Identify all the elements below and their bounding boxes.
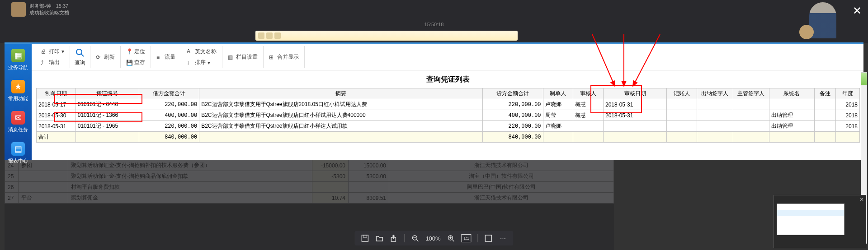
svg-rect-5 <box>362 235 368 241</box>
table-row[interactable]: 2018-05-31010101记 - 1965220,000.00B2C运营部… <box>37 121 860 132</box>
col-credit[interactable]: 贷方金额合计 <box>483 88 543 99</box>
savequery-button[interactable]: 💾查存 <box>124 58 147 67</box>
report-icon: ▤ <box>11 142 25 156</box>
folder-icon[interactable] <box>375 234 383 242</box>
col-debit[interactable]: 借方金额合计 <box>139 88 199 99</box>
svg-line-12 <box>453 240 454 241</box>
zoom-level: 100% <box>425 235 440 242</box>
background-table: 24参团聚划算活动保证金-支付-淘抢购补扣的技术服务费（参团）-15000.00… <box>5 160 614 250</box>
printer-icon: 🖨 <box>41 48 47 55</box>
zoom-in-icon[interactable] <box>447 234 455 242</box>
col-auditor[interactable]: 审核人 <box>573 88 604 99</box>
col-adate[interactable]: 审核日期 <box>603 88 666 99</box>
flow-icon: ≡ <box>156 54 163 60</box>
search-icon <box>75 47 85 58</box>
svg-rect-15 <box>486 235 492 241</box>
col-poster[interactable]: 记账人 <box>667 88 697 99</box>
flow-button[interactable]: ≡流量 <box>155 52 177 62</box>
close-icon[interactable]: ✕ <box>852 5 863 16</box>
center-time: 15:50:18 <box>425 22 444 27</box>
zoom-out-icon[interactable] <box>411 234 419 242</box>
col-supervisor[interactable]: 主管签字人 <box>733 88 769 99</box>
browser-address-bar[interactable] <box>255 31 518 41</box>
pin-icon: 📍 <box>126 48 132 55</box>
col-summary[interactable]: 摘要 <box>199 88 483 99</box>
export-icon: ⤴ <box>41 60 47 66</box>
refresh-icon: ⟳ <box>96 54 102 60</box>
refresh-button[interactable]: ⟳刷新 <box>94 52 117 62</box>
close-icon[interactable]: ✕ <box>859 196 864 203</box>
merge-icon: ⊞ <box>269 54 275 60</box>
col-vno[interactable]: 凭证编号 <box>75 88 139 99</box>
sidebar-item-label: 常用功能 <box>8 95 28 102</box>
lang-icon: A <box>187 48 193 55</box>
browser-btn[interactable] <box>258 32 264 39</box>
share-icon[interactable] <box>390 234 398 242</box>
sidebar-item-nav[interactable]: ▦ 业务导航 <box>5 44 32 75</box>
merge-button[interactable]: ⊞合并显示 <box>267 52 301 62</box>
more-icon[interactable]: ⋯ <box>499 234 507 242</box>
col-remark[interactable]: 备注 <box>814 88 835 99</box>
sort-icon: ↕ <box>187 60 193 66</box>
export-button[interactable]: ⤴输出 <box>39 58 66 67</box>
print-button[interactable]: 🖨打印 ▾ <box>39 47 66 56</box>
voucher-table[interactable]: 制单日期 凭证编号 借方金额合计 摘要 贷方金额合计 制单人 审核人 审核日期 … <box>36 88 860 143</box>
svg-point-0 <box>76 49 82 55</box>
star-icon: ★ <box>11 80 25 93</box>
avatar-right <box>799 25 814 39</box>
one-to-one-icon[interactable]: 1:1 <box>462 234 472 242</box>
table-header-row: 制单日期 凭证编号 借方金额合计 摘要 贷方金额合计 制单人 审核人 审核日期 … <box>37 88 860 99</box>
viewer-toolbar: 100% 1:1 ⋯ <box>354 231 513 245</box>
thumbnail-panel: ✕ <box>774 195 866 248</box>
table-sum-row: 合计840,000.00840,000.00 <box>37 132 860 143</box>
sidebar-item-label: 消息任务 <box>8 126 28 133</box>
browser-btn[interactable] <box>266 32 273 39</box>
col-cashier[interactable]: 出纳签字人 <box>697 88 733 99</box>
col-year[interactable]: 年度 <box>835 88 859 99</box>
columns-button[interactable]: ▥栏目设置 <box>226 52 259 62</box>
col-maker[interactable]: 制单人 <box>543 88 573 99</box>
table-row[interactable]: 2018-05-30010101记 - 1366400,000.00B2C运营部… <box>37 110 860 121</box>
sidebar-item-fav[interactable]: ★ 常用功能 <box>5 75 32 106</box>
fit-icon[interactable] <box>485 234 493 242</box>
svg-line-1 <box>81 54 84 56</box>
chat-sub: 成功接收策略文档 <box>29 9 69 16</box>
chat-message: 财务部-钟 15:37 成功接收策略文档 <box>11 2 69 17</box>
left-sidebar: ▦ 业务导航 ★ 常用功能 ✉ 消息任务 ▤ 报表中心 <box>5 44 32 160</box>
browser-btn[interactable] <box>274 32 281 39</box>
save-icon: 💾 <box>126 60 132 66</box>
chat-name: 财务部-钟 <box>29 3 51 9</box>
columns-icon: ▥ <box>228 54 234 60</box>
sort-button[interactable]: ↕排序 ▾ <box>185 58 218 67</box>
chat-time: 15:37 <box>56 3 69 9</box>
save-icon[interactable] <box>361 234 369 242</box>
nav-icon: ▦ <box>11 49 25 62</box>
col-sys[interactable]: 系统名 <box>769 88 814 99</box>
locate-button[interactable]: 📍定位 <box>124 47 147 56</box>
english-button[interactable]: A英文名称 <box>185 47 218 56</box>
table-area: 查询凭证列表 制单日期 凭证编号 借方金额合计 摘要 贷方金额合计 制单人 审核… <box>36 70 860 156</box>
avatar <box>11 2 26 17</box>
mail-icon: ✉ <box>11 111 25 125</box>
scrollbar-thumb[interactable] <box>861 73 867 85</box>
sidebar-item-msg[interactable]: ✉ 消息任务 <box>5 106 32 138</box>
svg-line-9 <box>416 240 418 241</box>
table-title: 查询凭证列表 <box>36 70 860 88</box>
toolbar: 🖨打印 ▾ ⤴输出 查询 ⟳刷新 📍定位 💾查存 ≡流量 A英文名称 ↕排序 ▾ <box>32 44 863 70</box>
col-date[interactable]: 制单日期 <box>37 88 76 99</box>
sidebar-item-label: 业务导航 <box>8 64 28 71</box>
table-row[interactable]: 2018-05-17010101记 - 0440220,000.00B2C运营部… <box>37 99 860 110</box>
sidebar-item-report[interactable]: ▤ 报表中心 <box>5 138 32 169</box>
query-button[interactable]: 查询 <box>70 46 90 68</box>
thumbnail-image[interactable] <box>777 204 844 235</box>
sidebar-item-label: 报表中心 <box>8 157 28 164</box>
